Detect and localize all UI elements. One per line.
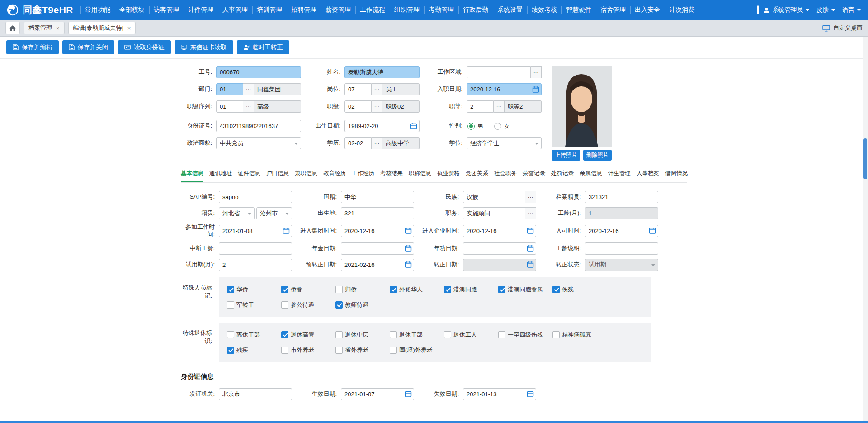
work-area-input[interactable] xyxy=(467,66,531,78)
upload-photo-button[interactable]: 上传照片 xyxy=(552,150,580,161)
annuity-date-input[interactable] xyxy=(341,242,414,255)
checkbox[interactable] xyxy=(335,301,343,309)
info-tab[interactable]: 党团关系 xyxy=(466,166,488,182)
checkbox-item[interactable]: 退休中层 xyxy=(335,327,390,342)
ellipsis-picker-icon[interactable] xyxy=(494,100,505,113)
ellipsis-picker-icon[interactable] xyxy=(531,66,542,78)
checkbox[interactable] xyxy=(227,286,234,293)
id-no-input[interactable] xyxy=(216,120,301,132)
menu-item[interactable]: 招聘管理 xyxy=(287,0,321,20)
company-join-input[interactable] xyxy=(463,225,536,237)
checkbox-item[interactable]: 参公待遇 xyxy=(281,297,335,313)
read-idcard-button[interactable]: 读取身份证 xyxy=(118,40,171,54)
calendar-icon[interactable] xyxy=(405,390,412,398)
checkbox[interactable] xyxy=(281,301,288,309)
menu-item[interactable]: 绩效考核 xyxy=(527,0,561,20)
issuer-input[interactable] xyxy=(219,388,292,400)
dongxin-card-read-button[interactable]: 东信证卡读取 xyxy=(175,40,233,54)
emp-no-input[interactable] xyxy=(216,66,301,78)
duty-input[interactable] xyxy=(463,207,525,219)
checkbox[interactable] xyxy=(444,331,451,338)
calendar-icon[interactable] xyxy=(527,261,534,268)
checkbox-item[interactable]: 侨眷 xyxy=(281,282,335,297)
info-tab[interactable]: 兼职信息 xyxy=(295,166,317,182)
seniority-date-input[interactable] xyxy=(463,242,536,255)
checkbox-item[interactable]: 市外养老 xyxy=(281,342,335,358)
checkbox[interactable] xyxy=(552,331,560,338)
ethnic-input[interactable] xyxy=(463,191,525,203)
ellipsis-picker-icon[interactable] xyxy=(372,137,382,149)
work-start-input[interactable] xyxy=(219,225,292,237)
gender-male-radio[interactable]: 男 xyxy=(467,122,483,130)
checkbox[interactable] xyxy=(552,286,560,293)
tab-archive-management[interactable]: 档案管理 xyxy=(24,22,65,34)
custom-desktop-button[interactable]: 自定义桌面 xyxy=(822,24,863,32)
birth-date-input[interactable] xyxy=(344,120,420,132)
scrollbar[interactable] xyxy=(863,37,868,423)
checkbox[interactable] xyxy=(335,331,343,338)
menu-item[interactable]: 访客管理 xyxy=(149,0,184,20)
checkbox-item[interactable]: 华侨 xyxy=(227,282,281,297)
rank-code-input[interactable] xyxy=(344,100,372,113)
menu-item[interactable]: 组织管理 xyxy=(390,0,424,20)
info-tab[interactable]: 考核结果 xyxy=(380,166,403,182)
calendar-icon[interactable] xyxy=(405,227,412,234)
checkbox-item[interactable]: 港澳同胞眷属 xyxy=(498,282,552,297)
skin-menu[interactable]: 皮肤 xyxy=(816,6,835,14)
save-edit-button[interactable]: 保存并编辑 xyxy=(6,40,59,54)
info-tab[interactable]: 社会职务 xyxy=(494,166,517,182)
checkbox[interactable] xyxy=(390,331,397,338)
checkbox-item[interactable]: 教师待遇 xyxy=(335,297,390,313)
probation-input[interactable] xyxy=(219,259,292,271)
info-tab[interactable]: 亲属信息 xyxy=(580,166,602,182)
checkbox-item[interactable]: 退休干部 xyxy=(390,327,444,342)
education-code-input[interactable] xyxy=(344,137,372,149)
menu-item[interactable]: 宿舍管理 xyxy=(596,0,630,20)
archive-native-input[interactable] xyxy=(585,191,658,203)
checkbox-item[interactable]: 归侨 xyxy=(335,282,390,297)
info-tab[interactable]: 工作经历 xyxy=(352,166,374,182)
menu-item[interactable]: 智慧硬件 xyxy=(561,0,596,20)
checkbox[interactable] xyxy=(227,347,234,354)
grade-code-input[interactable] xyxy=(467,100,494,113)
checkbox[interactable] xyxy=(335,347,343,354)
checkbox[interactable] xyxy=(281,286,288,293)
save-close-button[interactable]: 保存并关闭 xyxy=(62,40,115,54)
checkbox[interactable] xyxy=(498,286,505,293)
checkbox[interactable] xyxy=(227,331,234,338)
info-tab[interactable]: 借阅情况 xyxy=(665,166,688,182)
calendar-icon[interactable] xyxy=(410,123,417,130)
ellipsis-picker-icon[interactable] xyxy=(372,83,382,95)
checkbox[interactable] xyxy=(281,331,288,338)
ellipsis-picker-icon[interactable] xyxy=(525,207,536,219)
home-button[interactable] xyxy=(5,22,20,34)
calendar-icon[interactable] xyxy=(405,261,412,268)
calendar-icon[interactable] xyxy=(527,245,534,252)
info-tab[interactable]: 户口信息 xyxy=(266,166,289,182)
calendar-icon[interactable] xyxy=(649,227,656,234)
checkbox-item[interactable]: 外籍华人 xyxy=(390,282,444,297)
service-note-input[interactable] xyxy=(585,242,658,255)
close-icon[interactable] xyxy=(127,25,131,31)
info-tab[interactable]: 基本信息 xyxy=(181,166,203,182)
checkbox-item[interactable]: 残疾 xyxy=(227,342,281,358)
menu-item[interactable]: 薪资管理 xyxy=(321,0,355,20)
info-tab[interactable]: 执业资格 xyxy=(437,166,460,182)
sap-no-input[interactable] xyxy=(219,191,292,203)
native-province-select[interactable]: 河北省 xyxy=(219,207,255,219)
checkbox-item[interactable]: 退休高管 xyxy=(281,327,335,342)
user-menu[interactable]: 系统管理员 xyxy=(763,6,810,14)
menu-item[interactable]: 计件管理 xyxy=(184,0,218,20)
temp-worker-regular-button[interactable]: 临时工转正 xyxy=(237,40,290,54)
scrollbar-thumb[interactable] xyxy=(863,138,867,179)
dept-code-input[interactable] xyxy=(216,83,243,95)
menu-item[interactable]: 行政后勤 xyxy=(458,0,493,20)
menu-item[interactable]: 培训管理 xyxy=(252,0,287,20)
checkbox-item[interactable]: 离休干部 xyxy=(227,327,281,342)
calendar-icon[interactable] xyxy=(283,227,290,234)
info-tab[interactable]: 教育经历 xyxy=(323,166,346,182)
checkbox[interactable] xyxy=(498,331,505,338)
nationality-input[interactable] xyxy=(341,191,414,203)
menu-item[interactable]: 常用功能 xyxy=(80,0,115,20)
menu-item[interactable]: 考勤管理 xyxy=(424,0,458,20)
